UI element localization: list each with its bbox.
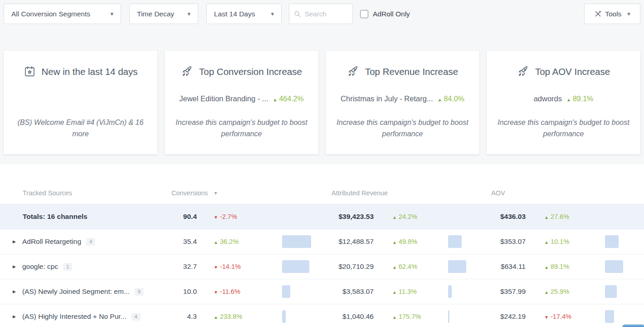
expand-caret-icon[interactable]: ▶ [13, 314, 16, 319]
trend-arrow-icon [214, 265, 218, 270]
card-note: Increase this campaign's budget to boost… [497, 117, 630, 140]
card-top-aov-increase: Top AOV Increase adwords 89.1% Increase … [487, 51, 640, 154]
aov-bar [605, 235, 619, 248]
revenue-bar [448, 235, 462, 248]
revenue-value: $1,040.46 [317, 312, 374, 321]
trend-arrow-icon [214, 315, 218, 320]
aov-value: $634.11 [481, 263, 526, 271]
trend-arrow-icon [566, 97, 571, 102]
conversion-segments-dropdown[interactable]: All Conversion Segments ▾ [4, 4, 121, 24]
count-badge: 4 [132, 313, 141, 321]
trend-arrow-icon [544, 240, 549, 245]
adroll-only-checkbox[interactable] [360, 10, 368, 18]
delta-badge: 11.3% [392, 288, 417, 295]
card-title-row: Top Revenue Increase [326, 65, 479, 78]
conversions-value: 4.3 [168, 312, 197, 321]
trend-arrow-icon [392, 215, 397, 220]
revenue-value: $12,488.57 [317, 238, 374, 246]
card-title: Top AOV Increase [535, 66, 610, 77]
trend-arrow-icon [273, 97, 278, 102]
toolbar: All Conversion Segments ▾ Time Decay ▾ L… [0, 0, 644, 24]
campaign-name: Jewel Edition Branding - ... [179, 94, 268, 103]
calendar-icon [24, 65, 36, 78]
count-badge: 9 [135, 288, 144, 296]
search-input[interactable] [305, 10, 348, 18]
aov-value: $357.99 [481, 287, 526, 296]
card-top-revenue-increase: Top Revenue Increase Christmas in July -… [326, 51, 479, 154]
trend-arrow-icon [544, 315, 549, 320]
expand-caret-icon[interactable]: ▶ [13, 264, 16, 269]
delta-badge: -11.6% [214, 288, 240, 295]
conversion-segments-label: All Conversion Segments [11, 10, 90, 18]
card-new-in-last-14-days: New in the last 14 days (BS) Welcome Ema… [4, 51, 157, 154]
delta-badge: 233.8% [214, 313, 242, 320]
date-range-label: Last 14 Days [214, 10, 255, 18]
delta-badge: 62.4% [392, 263, 417, 270]
conversions-bar [282, 260, 309, 273]
attribution-model-label: Time Decay [137, 10, 174, 18]
trend-arrow-icon [544, 215, 549, 220]
delta-badge: 84.0% [438, 95, 464, 103]
conversions-bar [282, 285, 290, 298]
card-note: Increase this campaign's budget to boost… [336, 117, 469, 140]
chevron-down-icon: ▾ [627, 10, 630, 17]
revenue-value: $20,710.29 [317, 263, 374, 271]
table-row[interactable]: ▶ AdRoll Retargeting 4 35.4 36.2% $12,48… [0, 229, 644, 254]
table-row[interactable]: ▶ (AS) Highly Interested + No Pur... 4 4… [0, 304, 644, 327]
delta-badge: -2.7% [214, 213, 237, 220]
column-header-tracked-sources[interactable]: Tracked Sources [0, 189, 168, 197]
aov-value: $353.07 [481, 238, 526, 246]
card-campaign-row: Jewel Edition Branding - ... 464.2% [169, 94, 314, 103]
rocket-icon [347, 65, 359, 78]
aov-bar [605, 260, 623, 273]
card-note: (BS) Welcome Email #4 (ViJmCn) & 16 more [14, 117, 147, 140]
delta-badge: -14.1% [214, 263, 241, 270]
trend-arrow-icon [392, 240, 397, 245]
column-header-conversions[interactable]: Conversions ▾ [168, 189, 317, 197]
sources-table: Tracked Sources Conversions ▾ Attributed… [0, 164, 644, 327]
revenue-bar [448, 285, 452, 298]
tools-label: Tools [605, 10, 621, 18]
count-badge: 4 [86, 238, 95, 246]
trend-arrow-icon [544, 290, 549, 295]
chevron-down-icon: ▾ [187, 10, 190, 17]
revenue-value: $3,583.07 [317, 287, 374, 296]
source-name: AdRoll Retargeting [22, 238, 81, 246]
card-title: New in the last 14 days [42, 66, 138, 77]
trend-arrow-icon [214, 215, 218, 220]
table-row[interactable]: ▶ (AS) Newly Joined Segment: em... 9 10.… [0, 279, 644, 304]
column-header-attributed-revenue[interactable]: Attributed Revenue [317, 189, 481, 197]
trend-arrow-icon [392, 315, 397, 320]
adroll-only-toggle[interactable]: AdRoll Only [360, 10, 410, 18]
attribution-model-dropdown[interactable]: Time Decay ▾ [129, 4, 198, 24]
chevron-down-icon: ▾ [110, 10, 113, 17]
totals-row: Totals: 16 channels 90.4 -2.7% $39,423.5… [0, 204, 644, 229]
delta-badge: 49.8% [392, 238, 417, 245]
delta-badge: 89.1% [566, 95, 593, 103]
conversions-value: 35.4 [168, 238, 197, 246]
delta-badge: -17.4% [544, 313, 571, 320]
column-header-aov[interactable]: AOV [481, 189, 644, 197]
trend-arrow-icon [392, 265, 397, 270]
delta-badge: 10.1% [544, 238, 569, 245]
trend-arrow-icon [438, 97, 442, 102]
revenue-bar [448, 310, 449, 323]
aov-bar [605, 285, 617, 298]
rocket-icon [181, 65, 193, 78]
card-title: Top Revenue Increase [365, 66, 458, 77]
card-title-row: Top AOV Increase [487, 65, 640, 78]
delta-badge: 36.2% [214, 238, 239, 245]
card-title-row: New in the last 14 days [4, 65, 157, 78]
trend-arrow-icon [544, 265, 549, 270]
tools-button[interactable]: Tools ▾ [584, 4, 640, 24]
totals-aov-value: $436.03 [481, 213, 526, 221]
sort-caret-icon: ▾ [215, 190, 217, 196]
totals-conversions-value: 90.4 [168, 213, 197, 221]
date-range-dropdown[interactable]: Last 14 Days ▾ [206, 4, 282, 24]
card-title: Top Conversion Increase [199, 66, 302, 77]
table-row[interactable]: ▶ google: cpc 1 32.7 -14.1% $20,710.29 6… [0, 254, 644, 279]
chat-button[interactable] [622, 324, 644, 327]
expand-caret-icon[interactable]: ▶ [13, 289, 16, 294]
expand-caret-icon[interactable]: ▶ [13, 239, 16, 244]
totals-label: Totals: 16 channels [23, 213, 88, 221]
